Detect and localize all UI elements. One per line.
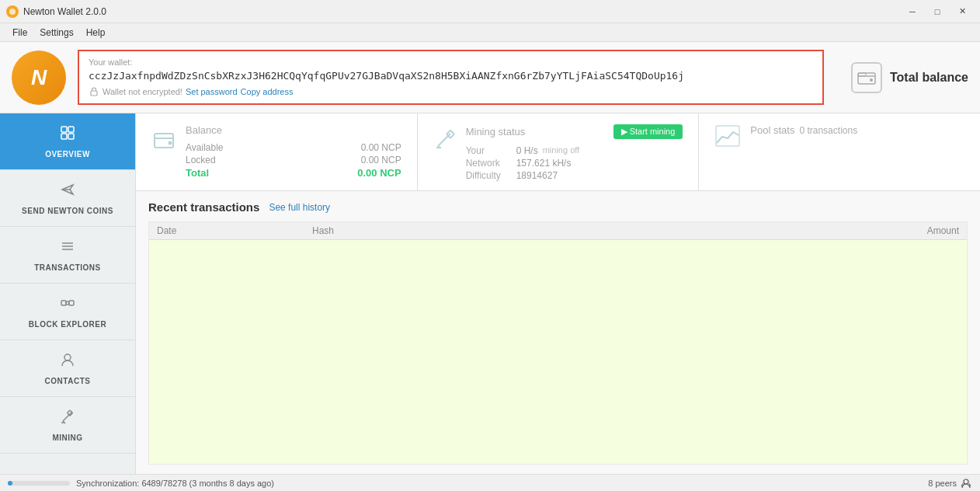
status-right: 8 peers bbox=[928, 477, 972, 489]
sidebar-item-send[interactable]: SEND NEWTON COINS bbox=[0, 170, 135, 227]
sidebar: OVERVIEW SEND NEWTON COINS bbox=[0, 113, 136, 474]
transactions-table: Date Hash Amount bbox=[148, 221, 968, 465]
balance-content: Balance Available 0.00 NCP Locked 0.00 N… bbox=[186, 124, 401, 179]
menu-help[interactable]: Help bbox=[80, 26, 112, 40]
app-container: N Your wallet: cczJzJaxfnpdWdZDzSnCsbXRz… bbox=[0, 42, 980, 491]
total-value: 0.00 NCP bbox=[357, 167, 401, 179]
total-balance-label: Total balance bbox=[890, 71, 968, 85]
svg-point-0 bbox=[9, 9, 16, 15]
svg-rect-1 bbox=[91, 91, 97, 96]
encryption-status: Wallet not encrypted! bbox=[89, 86, 182, 97]
mining-difficulty-row: Difficulty 18914627 bbox=[466, 170, 683, 181]
mining-title: Mining status bbox=[466, 126, 526, 138]
balance-total-row: Total 0.00 NCP bbox=[186, 167, 401, 179]
mining-label: MINING bbox=[52, 434, 82, 442]
block-explorer-label: BLOCK EXPLORER bbox=[29, 320, 106, 329]
mining-network-row: Network 157.621 kH/s bbox=[466, 158, 683, 169]
wallet-header: N Your wallet: cczJzJaxfnpdWdZDzSnCsbXRz… bbox=[0, 42, 980, 113]
menu-settings[interactable]: Settings bbox=[33, 26, 79, 40]
contacts-icon bbox=[59, 351, 76, 372]
pool-title: Pool stats bbox=[750, 124, 794, 136]
peers-count: 8 peers bbox=[928, 479, 957, 488]
overview-icon bbox=[59, 124, 76, 145]
send-icon bbox=[59, 181, 76, 202]
pool-content: Pool stats 0 transactions bbox=[750, 124, 964, 136]
app-title: Newton Wallet 2.0.0 bbox=[23, 6, 901, 17]
tx-body bbox=[149, 240, 967, 464]
svg-point-3 bbox=[870, 78, 873, 82]
lock-icon bbox=[89, 86, 99, 97]
wallet-logo: N bbox=[12, 50, 66, 105]
mining-network-label: Network bbox=[466, 158, 516, 169]
pool-block: Pool stats 0 transactions bbox=[699, 113, 980, 190]
svg-rect-8 bbox=[68, 134, 74, 139]
wallet-icon bbox=[857, 71, 876, 85]
col-amount: Amount bbox=[866, 225, 959, 236]
maximize-button[interactable]: □ bbox=[926, 0, 949, 23]
svg-point-23 bbox=[169, 141, 172, 145]
title-bar: Newton Wallet 2.0.0 ─ □ ✕ bbox=[0, 0, 980, 23]
mining-stat-icon bbox=[433, 127, 457, 156]
locked-label: Locked bbox=[186, 155, 216, 165]
start-mining-button[interactable]: ▶ Start mining bbox=[613, 124, 683, 139]
set-password-link[interactable]: Set password bbox=[186, 87, 238, 96]
sidebar-item-mining[interactable]: MINING bbox=[0, 397, 135, 454]
svg-rect-19 bbox=[67, 410, 72, 416]
available-label: Available bbox=[186, 142, 223, 153]
send-label: SEND NEWTON COINS bbox=[22, 207, 113, 215]
overview-label: OVERVIEW bbox=[45, 150, 90, 158]
transactions-label: TRANSACTIONS bbox=[34, 263, 100, 272]
total-balance-section: Total balance bbox=[836, 62, 968, 93]
copy-address-link[interactable]: Copy address bbox=[241, 87, 294, 96]
mining-difficulty-label: Difficulty bbox=[466, 170, 516, 181]
block-explorer-icon bbox=[59, 294, 76, 315]
svg-rect-13 bbox=[61, 301, 66, 305]
app-logo bbox=[6, 5, 19, 18]
see-full-history-link[interactable]: See full history bbox=[269, 202, 330, 213]
wallet-icon-box bbox=[851, 62, 882, 93]
svg-point-17 bbox=[64, 354, 71, 360]
mining-icon bbox=[59, 408, 76, 429]
total-label: Total bbox=[186, 167, 209, 179]
sidebar-item-overview[interactable]: OVERVIEW bbox=[0, 113, 135, 170]
locked-value: 0.00 NCP bbox=[361, 155, 401, 165]
svg-point-29 bbox=[964, 479, 968, 484]
svg-rect-28 bbox=[716, 126, 739, 146]
mining-status-tag: mining off bbox=[543, 145, 580, 156]
sidebar-item-contacts[interactable]: CONTACTS bbox=[0, 340, 135, 397]
sync-progress-fill bbox=[8, 481, 12, 486]
close-button[interactable]: ✕ bbox=[950, 0, 974, 23]
main-panel: Balance Available 0.00 NCP Locked 0.00 N… bbox=[136, 113, 980, 474]
mining-your-label: Your bbox=[466, 145, 516, 156]
status-left: Synchronization: 6489/78278 (3 months 8 … bbox=[8, 479, 274, 488]
peers-icon bbox=[960, 477, 972, 489]
window-controls: ─ □ ✕ bbox=[901, 0, 974, 23]
sync-status-text: Synchronization: 6489/78278 (3 months 8 … bbox=[76, 479, 274, 488]
wallet-label: Your wallet: bbox=[89, 57, 813, 67]
mining-your-value: 0 H/s bbox=[516, 145, 538, 156]
transactions-header: Recent transactions See full history bbox=[148, 200, 968, 214]
content-area: OVERVIEW SEND NEWTON COINS bbox=[0, 113, 980, 474]
sidebar-item-transactions[interactable]: TRANSACTIONS bbox=[0, 227, 135, 284]
pool-count: 0 transactions bbox=[799, 125, 857, 136]
tx-table-header: Date Hash Amount bbox=[149, 222, 967, 240]
encryption-text: Wallet not encrypted! bbox=[103, 87, 182, 96]
sidebar-item-block-explorer[interactable]: BLOCK EXPLORER bbox=[0, 284, 135, 340]
wallet-info-box: Your wallet: cczJzJaxfnpdWdZDzSnCsbXRzxJ… bbox=[78, 50, 824, 105]
minimize-button[interactable]: ─ bbox=[901, 0, 924, 23]
col-date: Date bbox=[157, 225, 312, 236]
col-hash: Hash bbox=[312, 225, 866, 236]
mining-network-value: 157.621 kH/s bbox=[516, 158, 572, 169]
pool-chart-icon bbox=[714, 124, 741, 153]
menu-file[interactable]: File bbox=[6, 26, 33, 40]
wallet-actions: Wallet not encrypted! Set password Copy … bbox=[89, 86, 813, 97]
mining-difficulty-value: 18914627 bbox=[516, 170, 558, 181]
balance-title: Balance bbox=[186, 124, 401, 136]
svg-rect-5 bbox=[61, 127, 67, 132]
svg-rect-2 bbox=[858, 73, 875, 84]
wallet-address: cczJzJaxfnpdWdZDzSnCsbXRzxJ3H62HCQqYqfqG… bbox=[89, 70, 813, 82]
svg-rect-14 bbox=[69, 301, 74, 305]
mining-header: Mining status ▶ Start mining bbox=[466, 124, 683, 139]
transactions-title: Recent transactions bbox=[148, 200, 259, 214]
balance-icon bbox=[151, 127, 176, 158]
